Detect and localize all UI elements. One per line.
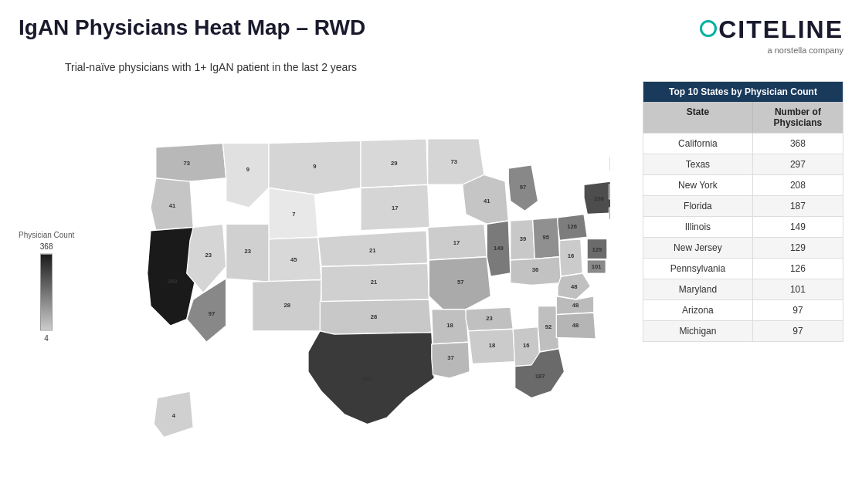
svg-rect-41 bbox=[609, 208, 610, 219]
svg-marker-38 bbox=[584, 181, 610, 215]
svg-marker-7 bbox=[269, 237, 321, 282]
table-row: California 368 bbox=[643, 133, 843, 154]
svg-marker-32 bbox=[511, 257, 561, 286]
logo-circle-icon bbox=[700, 20, 717, 37]
logo-text: CITELINE bbox=[718, 15, 843, 44]
table-row: Illinois 149 bbox=[643, 216, 843, 237]
cell-state: Michigan bbox=[643, 321, 753, 341]
svg-marker-44 bbox=[154, 391, 193, 438]
svg-marker-4 bbox=[223, 144, 270, 208]
legend-min: 4 bbox=[44, 334, 49, 343]
main-content: Physician Count 368 4 73 41 bbox=[19, 81, 843, 492]
right-panel: Top 10 States by Physician Count State N… bbox=[643, 81, 843, 492]
svg-rect-39 bbox=[587, 239, 607, 259]
cell-state: Illinois bbox=[643, 217, 753, 237]
table-row: Michigan 97 bbox=[643, 320, 843, 341]
col-header-state: State bbox=[643, 102, 753, 133]
svg-rect-42 bbox=[609, 184, 610, 199]
svg-marker-30 bbox=[511, 219, 535, 260]
svg-marker-35 bbox=[556, 296, 593, 315]
svg-marker-15 bbox=[320, 299, 432, 334]
svg-marker-33 bbox=[560, 239, 583, 276]
svg-marker-34 bbox=[558, 273, 591, 299]
logo: CITELINE bbox=[700, 15, 843, 44]
cell-count: 149 bbox=[753, 217, 843, 237]
svg-marker-17 bbox=[428, 139, 484, 185]
svg-marker-12 bbox=[361, 184, 429, 231]
map-legend: Physician Count 368 4 bbox=[19, 231, 74, 343]
table-col-headers: State Number of Physicians bbox=[643, 102, 843, 133]
svg-marker-24 bbox=[466, 307, 513, 331]
cell-count: 97 bbox=[753, 321, 843, 341]
map-section: Physician Count 368 4 73 41 bbox=[19, 81, 630, 492]
svg-marker-16 bbox=[308, 331, 434, 425]
table-row: Arizona 97 bbox=[643, 299, 843, 320]
cell-count: 187 bbox=[753, 196, 843, 216]
subtitle: Trial-naïve physicians with 1+ IgAN pati… bbox=[65, 61, 843, 73]
cell-count: 97 bbox=[753, 300, 843, 320]
svg-marker-11 bbox=[361, 139, 428, 188]
svg-marker-14 bbox=[321, 263, 429, 301]
table-body: California 368 Texas 297 New York 208 Fl… bbox=[643, 133, 843, 341]
cell-state: Texas bbox=[643, 154, 753, 174]
table-row: Pennsylvania 126 bbox=[643, 258, 843, 279]
svg-marker-36 bbox=[556, 313, 596, 339]
svg-marker-22 bbox=[463, 175, 509, 225]
svg-rect-43 bbox=[609, 157, 610, 171]
svg-marker-10 bbox=[253, 280, 321, 331]
us-map: 73 41 368 23 9 9 bbox=[85, 93, 610, 479]
cell-count: 101 bbox=[753, 279, 843, 299]
cell-state: California bbox=[643, 134, 753, 154]
svg-marker-6 bbox=[269, 188, 318, 239]
svg-marker-8 bbox=[226, 224, 269, 282]
table-row: New York 208 bbox=[643, 174, 843, 195]
logo-area: CITELINE a norstella company bbox=[700, 15, 843, 55]
legend-max: 368 bbox=[40, 242, 53, 251]
svg-marker-1 bbox=[151, 178, 193, 231]
table-row: Florida 187 bbox=[643, 195, 843, 216]
main-container: IgAN Physicians Heat Map – RWD CITELINE … bbox=[0, 0, 862, 504]
logo-subtext: a norstella company bbox=[768, 46, 843, 55]
svg-marker-19 bbox=[429, 257, 490, 310]
col-header-count: Number of Physicians bbox=[753, 102, 843, 133]
svg-marker-37 bbox=[558, 215, 587, 241]
table-row: New Jersey 129 bbox=[643, 237, 843, 258]
cell-state: New Jersey bbox=[643, 238, 753, 258]
cell-count: 129 bbox=[753, 238, 843, 258]
table-row: Texas 297 bbox=[643, 154, 843, 174]
cell-state: New York bbox=[643, 175, 753, 195]
svg-rect-40 bbox=[587, 260, 606, 273]
svg-marker-27 bbox=[538, 306, 559, 353]
svg-marker-31 bbox=[533, 218, 560, 259]
cell-count: 126 bbox=[753, 259, 843, 279]
cell-count: 297 bbox=[753, 154, 843, 174]
header-row: IgAN Physicians Heat Map – RWD CITELINE … bbox=[19, 15, 843, 55]
svg-marker-18 bbox=[428, 224, 487, 260]
physician-table: Top 10 States by Physician Count State N… bbox=[643, 81, 843, 342]
svg-marker-23 bbox=[487, 221, 511, 276]
cell-state: Pennsylvania bbox=[643, 259, 753, 279]
cell-state: Arizona bbox=[643, 300, 753, 320]
legend-title: Physician Count bbox=[19, 231, 74, 239]
cell-state: Florida bbox=[643, 196, 753, 216]
page-title: IgAN Physicians Heat Map – RWD bbox=[19, 15, 365, 40]
svg-marker-5 bbox=[269, 140, 361, 194]
table-header: Top 10 States by Physician Count bbox=[643, 82, 843, 102]
cell-count: 368 bbox=[753, 134, 843, 154]
svg-marker-21 bbox=[432, 342, 470, 378]
svg-marker-20 bbox=[432, 310, 469, 344]
cell-count: 208 bbox=[753, 175, 843, 195]
svg-marker-29 bbox=[508, 165, 538, 211]
cell-state: Maryland bbox=[643, 279, 753, 299]
svg-marker-25 bbox=[468, 329, 514, 364]
map-svg: 73 41 368 23 9 9 bbox=[85, 93, 610, 479]
table-row: Maryland 101 bbox=[643, 279, 843, 299]
legend-bar bbox=[40, 254, 53, 331]
svg-marker-13 bbox=[318, 231, 428, 267]
